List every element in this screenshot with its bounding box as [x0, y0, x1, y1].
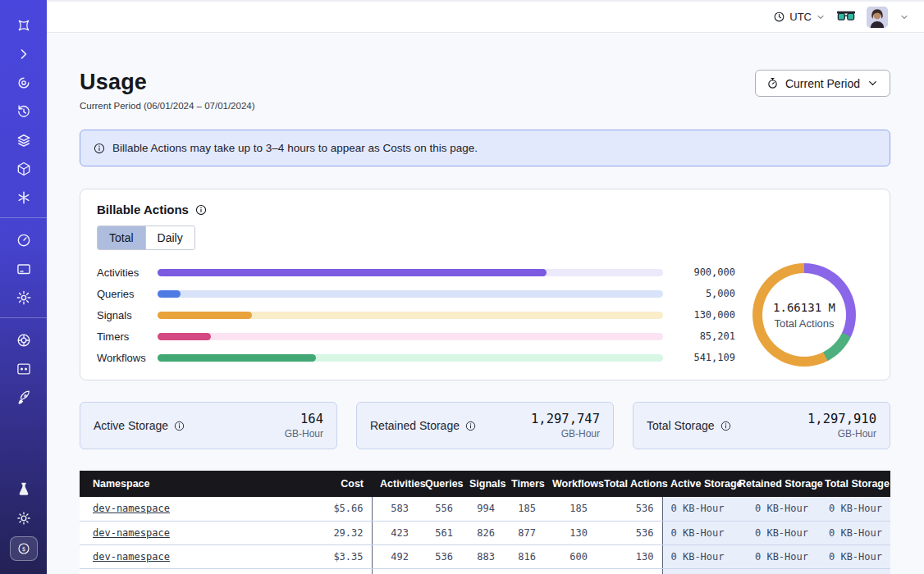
workflows-spiral-icon[interactable]	[15, 74, 33, 92]
col-activities: Activities	[372, 471, 417, 497]
cell-timers: 877	[503, 521, 544, 544]
collapse-chevron-right-icon[interactable]	[15, 45, 33, 63]
bar-value: 5,000	[675, 288, 735, 299]
bar-track	[158, 312, 663, 319]
table-header-row: Namespace Cost Activities Queries Signal…	[80, 471, 890, 497]
col-namespace: Namespace	[80, 471, 285, 497]
banner-text: Billable Actions may take up to 3–4 hour…	[112, 142, 478, 154]
temporal-logo-icon[interactable]	[15, 16, 33, 34]
cell-workflows: 185	[544, 497, 596, 521]
donut-ring: 1.66131 M Total Actions	[752, 263, 856, 367]
cell-total-storage: 0 KB-Hour	[817, 521, 890, 544]
retained-storage-card: Retained Storage 1,297,747 GB-Hour	[356, 402, 614, 449]
info-icon[interactable]	[720, 421, 731, 431]
timezone-selector[interactable]: UTC	[773, 11, 826, 23]
storage-card-value: 164	[285, 412, 323, 426]
cell-cost: $3.35	[285, 544, 372, 568]
info-icon[interactable]	[465, 421, 476, 431]
cell-active-storage: 0 KB-Hour	[662, 497, 730, 521]
svg-text:$: $	[21, 545, 25, 553]
cell-timers: 185	[503, 497, 544, 521]
sidebar: $	[0, 0, 47, 574]
cell-signals: 826	[461, 521, 503, 544]
glasses-icon[interactable]	[837, 11, 855, 24]
cell-total-storage: 0 KB-Hour	[817, 544, 890, 568]
bar-fill	[158, 312, 252, 319]
nexus-asterisk-icon[interactable]	[15, 189, 33, 207]
total-actions-donut-chart: 1.66131 M Total Actions	[735, 263, 873, 367]
table-row: dev-namespace 29.32 423 561 826 877 130 …	[80, 521, 890, 544]
settings-gear-icon[interactable]	[15, 289, 33, 307]
namespaces-cube-icon[interactable]	[15, 160, 33, 178]
col-active-storage: Active Storage	[662, 471, 730, 497]
usage-bar-row: Timers 85,201	[97, 326, 735, 347]
cell-total-actions: 536	[596, 521, 662, 544]
col-total-actions: Total Actions	[596, 471, 662, 497]
cell-activities: 423	[372, 521, 417, 544]
bar-label: Signals	[97, 309, 158, 321]
info-icon[interactable]	[195, 204, 207, 216]
cell-signals: 994	[461, 497, 503, 521]
cell-queries: 561	[417, 521, 461, 544]
batch-layers-icon[interactable]	[15, 131, 33, 149]
usage-bar-row: Queries 5,000	[97, 283, 735, 304]
cell-queries: 556	[417, 497, 461, 521]
namespace-link[interactable]: dev-namespace	[93, 527, 170, 539]
cell-workflows: 130	[544, 521, 596, 544]
bar-label: Workflows	[97, 352, 158, 364]
billable-actions-title: Billable Actions	[97, 203, 189, 216]
table-row: dev-namespace $3.35 492 536 883 816 600 …	[80, 544, 890, 568]
bar-track	[158, 333, 663, 340]
namespace-link[interactable]: dev-namespace	[93, 551, 170, 563]
bar-fill	[158, 354, 316, 362]
console-icon[interactable]	[15, 360, 33, 378]
support-lifebuoy-icon[interactable]	[15, 331, 33, 349]
sidebar-divider	[0, 317, 47, 318]
billing-card-icon[interactable]	[15, 260, 33, 278]
table-row-partial	[80, 568, 890, 574]
usage-gauge-icon[interactable]	[15, 231, 33, 249]
bar-fill	[158, 290, 181, 298]
cell-cost: 29.32	[285, 521, 372, 544]
period-dropdown-button[interactable]: Current Period	[755, 70, 890, 97]
cell-activities: 583	[372, 497, 417, 521]
cell-signals: 883	[461, 544, 503, 568]
schedules-clock-icon[interactable]	[15, 102, 33, 121]
bar-label: Timers	[97, 330, 158, 343]
period-button-label: Current Period	[785, 77, 860, 90]
cell-active-storage: 0 KB-Hour	[662, 521, 730, 544]
stopwatch-icon	[766, 77, 779, 89]
col-workflows: Workflows	[544, 471, 596, 497]
bar-label: Queries	[97, 288, 158, 300]
labs-flask-icon[interactable]	[15, 481, 33, 499]
storage-card-label: Total Storage	[647, 419, 715, 432]
tab-total[interactable]: Total	[98, 226, 145, 249]
col-cost: Cost	[285, 471, 372, 497]
account-menu-chevron-icon[interactable]	[899, 12, 909, 22]
clock-icon	[773, 11, 785, 23]
theme-sun-icon[interactable]	[15, 509, 33, 527]
bar-fill	[158, 333, 211, 340]
bar-fill	[158, 269, 547, 276]
donut-total-label: Total Actions	[775, 317, 835, 330]
storage-card-unit: GB-Hour	[807, 428, 876, 440]
donut-center: 1.66131 M Total Actions	[762, 273, 846, 357]
total-storage-card: Total Storage 1,297,910 GB-Hour	[633, 402, 890, 449]
rocket-icon[interactable]	[15, 389, 33, 407]
usage-bar-row: Signals 130,000	[97, 304, 735, 326]
storage-card-unit: GB-Hour	[531, 428, 600, 440]
col-total-storage: Total Storage	[817, 471, 890, 497]
namespace-link[interactable]: dev-namespace	[93, 503, 170, 514]
page-subtitle: Current Period (06/01/2024 – 07/01/2024)	[80, 101, 255, 111]
info-icon[interactable]	[174, 421, 185, 431]
user-avatar[interactable]	[867, 7, 888, 28]
storage-card-label: Active Storage	[94, 419, 168, 432]
cell-retained-storage: 0 KB-Hour	[730, 497, 817, 521]
storage-card-label: Retained Storage	[370, 419, 460, 432]
tab-daily[interactable]: Daily	[145, 226, 194, 249]
total-daily-toggle: Total Daily	[97, 226, 195, 250]
col-retained-storage: Retained Storage	[730, 471, 817, 497]
cell-activities: 492	[372, 544, 417, 568]
cell-active-storage: 0 KB-Hour	[662, 544, 730, 568]
pricing-coin-button[interactable]: $	[10, 536, 38, 561]
